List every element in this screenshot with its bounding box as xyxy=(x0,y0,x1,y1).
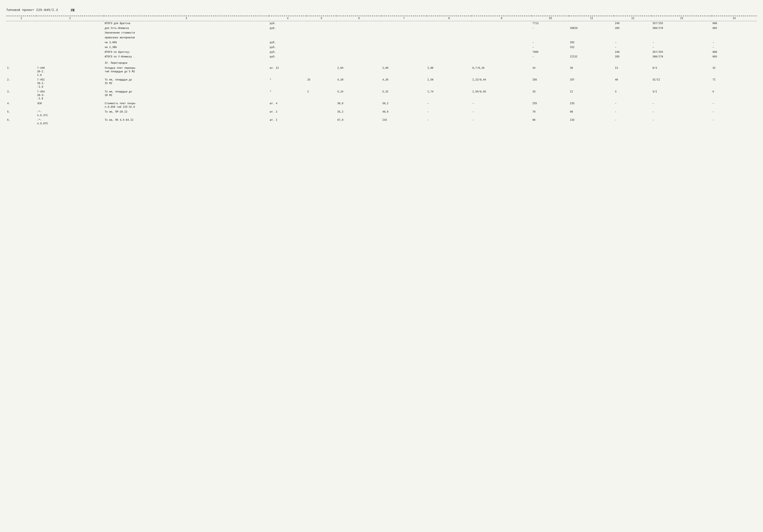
summary-row-2c: на 3,66% руб. – 282 – – – xyxy=(6,40,757,45)
table-row: 4. 3СИ Стоимость плит покры-п.9.859 тий … xyxy=(6,101,757,110)
row-1-col10: 34 xyxy=(532,66,569,78)
summary-3b-col14: 665 xyxy=(711,54,757,59)
row-2-desc: То же, площадью доI5 М2 xyxy=(104,78,269,89)
col-header-10: IO xyxy=(532,16,569,21)
summary-3a-unit1: руб. xyxy=(269,50,306,55)
row-2-num: 2. xyxy=(6,78,36,89)
table-row: I. 7-448 39-I. I.8 Укладка плит перекры-… xyxy=(6,66,757,78)
col-header-13: I3 xyxy=(652,16,711,21)
row-1-unit: шт. I2 xyxy=(269,66,306,78)
row-5-col9: – xyxy=(472,110,531,118)
summary-row-2b: привозных материалов xyxy=(6,36,757,40)
col-header-12: I2 xyxy=(614,16,652,21)
row-5-code: –"– п.9.37I xyxy=(36,110,104,118)
row-3-num: 3. xyxy=(6,90,36,101)
row-6-col8: – xyxy=(427,118,472,126)
row-1-col13: 8/3 xyxy=(652,66,711,78)
row-5-num: 5. xyxy=(6,110,36,118)
row-6-unit: шт. I xyxy=(269,118,306,126)
row-5-col5 xyxy=(306,110,336,118)
summary-2d-col14: – xyxy=(711,45,757,50)
row-6-col5 xyxy=(306,118,336,126)
row-5-col6: 35,2 xyxy=(336,110,382,118)
section-iv-row: IУ. Перегородки xyxy=(6,59,757,66)
summary-2d-col11: 3I2 xyxy=(569,45,614,50)
header: Типовой проект I25-045/I.2 УШ xyxy=(6,8,757,12)
summary-1b-col14: 665 xyxy=(711,26,757,31)
row-2-col6: 4,20 xyxy=(336,78,382,89)
col-header-14: I4 xyxy=(711,16,757,21)
row-6-col7: I33 xyxy=(382,118,427,126)
summary-row-3a: ИТОГО по Братску: руб. 7995 249 357/I55 … xyxy=(6,50,757,55)
row-2-col8: I,58 xyxy=(427,78,472,89)
row-4-col7: 58,2 xyxy=(382,101,427,110)
summary-2c-col11: 282 xyxy=(569,40,614,45)
row-3-col12: 3 xyxy=(614,90,652,101)
row-4-col11: 233 xyxy=(569,101,614,110)
summary-1b-unit: руб. xyxy=(269,26,306,31)
row-4-desc: Стоимость плит покры-п.9.859 тий IIб-32.… xyxy=(104,101,269,110)
row-6-col13: – xyxy=(652,118,711,126)
row-5-col14: – xyxy=(711,110,757,118)
row-5-col12: – xyxy=(614,110,652,118)
summary-3a-label: ИТОГО по Братску: xyxy=(104,50,269,55)
row-1-col6: 2,84 xyxy=(336,66,382,78)
row-2-col7: 4,26 xyxy=(382,78,427,89)
section-iv-title: IУ. Перегородки xyxy=(104,59,757,66)
row-1-code: 7-448 39-I. I.8 xyxy=(36,66,104,78)
row-2-col11: IO7 xyxy=(569,78,614,89)
summary-row-2a: Увеличение стоимости xyxy=(6,31,757,36)
col-header-5: 5 xyxy=(306,16,336,21)
summary-3a-col10: 7995 xyxy=(532,50,569,55)
summary-2c-col14: – xyxy=(711,40,757,45)
summary-1a-col12: 249 xyxy=(614,21,652,26)
row-3-col9: I,55/0,56 xyxy=(472,90,531,101)
row-5-col11: 98 xyxy=(569,110,614,118)
row-3-col11: II xyxy=(569,90,614,101)
summary-2a-label: Увеличение стоимости xyxy=(104,31,269,36)
row-3-col5: 2 xyxy=(306,90,336,101)
row-4-col8: – xyxy=(427,101,472,110)
row-2-col5: 25 xyxy=(306,78,336,89)
col-header-7: 7 xyxy=(382,16,427,21)
summary-3b-col13: 380/I78 xyxy=(652,54,711,59)
row-1-col11: 36 xyxy=(569,66,614,78)
main-table: I 2 3 4 5 6 7 8 9 IO II I2 I3 I4 ИТОГО д… xyxy=(6,16,757,126)
row-1-desc: Укладка плит перекры-тий площадью до 5 М… xyxy=(104,66,269,78)
row-2-col9: I,22/0,44 xyxy=(472,78,531,89)
summary-2d-col10: – xyxy=(532,45,569,50)
row-2-col13: 3I/II xyxy=(652,78,711,89)
row-5-unit: шт. 2 xyxy=(269,110,306,118)
summary-2d-col12: – xyxy=(614,45,652,50)
table-row: 6. –"– п.9.875 То же, ПК 4,5-64.I2 шт. I… xyxy=(6,118,757,126)
row-6-col14: – xyxy=(711,118,757,126)
row-4-num: 4. xyxy=(6,101,36,110)
summary-1a-label: ИТОГО для Братска xyxy=(104,21,269,26)
row-1-col9: 0,7/0,26 xyxy=(472,66,531,78)
col-header-11: II xyxy=(569,16,614,21)
col-header-4: 4 xyxy=(269,16,306,21)
row-5-col13: – xyxy=(652,110,711,118)
col-header-9: 9 xyxy=(472,16,531,21)
table-row: 5. –"– п.9.37I То же, ПР-29.I2 шт. 2 35,… xyxy=(6,110,757,118)
table-row: 2. 7-45I 39-I- -I.8 То же, площадью доI5… xyxy=(6,78,757,89)
row-3-col10: IO xyxy=(532,90,569,101)
summary-1b-col13: 380/I78 xyxy=(652,26,711,31)
row-6-col10: 98 xyxy=(532,118,569,126)
row-3-col6: 5,24 xyxy=(336,90,382,101)
col-header-1: I xyxy=(6,16,36,21)
row-3-code: 7-454 39-3- -I.8 xyxy=(36,90,104,101)
row-4-col12: – xyxy=(614,101,652,110)
summary-row-3b: ИТОГО по У-Илимску . руб. – III3I 285 38… xyxy=(6,54,757,59)
summary-3a-col14: 606 xyxy=(711,50,757,55)
row-4-col5 xyxy=(306,101,336,110)
table-row: 3. 7-454 39-3- -I.8 То же, площадью до20… xyxy=(6,90,757,101)
summary-1b-col11: IO8I9 xyxy=(569,26,614,31)
row-2-col14: 7I xyxy=(711,78,757,89)
row-4-col13: – xyxy=(652,101,711,110)
row-2-col12: 40 xyxy=(614,78,652,89)
row-1-num: I. xyxy=(6,66,36,78)
row-3-desc: То же, площадью до20 М2 xyxy=(104,90,269,101)
row-6-col12: – xyxy=(614,118,652,126)
row-4-code: 3СИ xyxy=(36,101,104,110)
